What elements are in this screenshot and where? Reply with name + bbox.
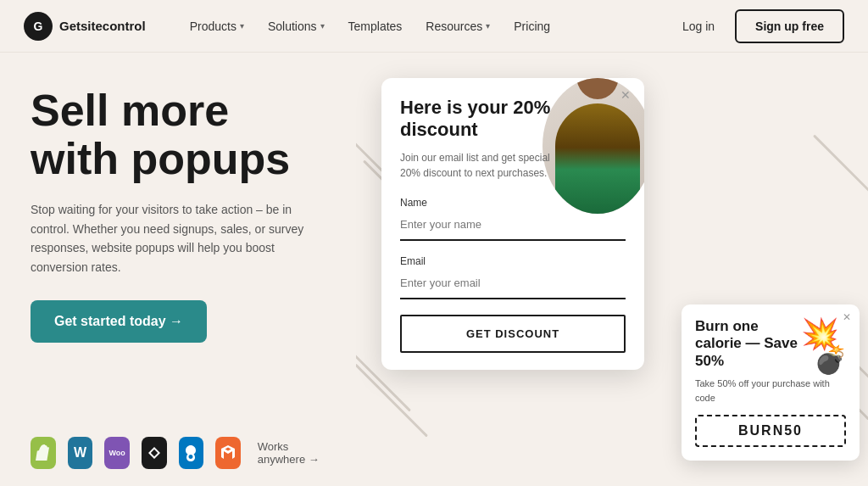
works-anywhere-text: Works anywhere →: [258, 440, 332, 466]
email-input[interactable]: [400, 268, 626, 299]
promo-code: BURN50: [695, 415, 846, 447]
magento-logo: [215, 437, 241, 469]
mini-popup: ✕ 💥 💣 Burn one calorie — Save 50% Take 5…: [682, 304, 860, 461]
name-input[interactable]: [400, 209, 626, 241]
logos-row: W Woo Works anywhere →: [31, 437, 332, 469]
name-label: Name: [400, 197, 427, 209]
decorative-line: [356, 364, 428, 438]
logo-icon: G: [24, 12, 53, 41]
nav-solutions[interactable]: Solutions ▾: [258, 13, 335, 40]
navbar: G Getsitecontrol Products ▾ Solutions ▾ …: [0, 0, 868, 53]
squarespace-logo: [142, 437, 167, 469]
popup-close-button[interactable]: ✕: [617, 87, 634, 103]
woocommerce-logo: Woo: [104, 437, 130, 469]
popup-title: Here is your 20% discount: [400, 97, 553, 142]
nav-templates[interactable]: Templates: [338, 13, 413, 40]
popup-description: Join our email list and get special 20% …: [400, 150, 561, 181]
brand-logo[interactable]: G Getsitecontrol: [24, 12, 146, 41]
cta-button[interactable]: Get started today →: [31, 300, 207, 343]
chevron-down-icon: ▾: [486, 21, 490, 31]
signup-button[interactable]: Sign up free: [735, 9, 844, 43]
nav-right: Log in Sign up free: [672, 9, 844, 43]
wordpress-logo: W: [68, 437, 93, 469]
hero-title: Sell more with popups: [31, 87, 332, 183]
bomb-illustration: 💥 💣: [788, 316, 848, 376]
nav-pricing[interactable]: Pricing: [504, 13, 560, 40]
mini-popup-description: Take 50% off your purchase with code: [695, 377, 846, 405]
login-button[interactable]: Log in: [672, 13, 725, 40]
nav-products[interactable]: Products ▾: [180, 13, 254, 40]
discount-popup: ✕ Here is your 20% discount Join our ema…: [381, 78, 644, 370]
brand-name: Getsitecontrol: [59, 19, 146, 33]
drupal-logo: [179, 437, 204, 469]
popup-content: Here is your 20% discount Join our email…: [381, 78, 644, 370]
get-discount-button[interactable]: GET DISCOUNT: [400, 315, 626, 353]
hero-left: Sell more with popups Stop waiting for y…: [0, 53, 356, 486]
hero-description: Stop waiting for your visitors to take a…: [31, 200, 332, 277]
chevron-down-icon: ▾: [320, 21, 325, 31]
bomb-icon: 💣: [814, 344, 848, 376]
main-content: Sell more with popups Stop waiting for y…: [0, 53, 868, 486]
nav-links: Products ▾ Solutions ▾ Templates Resourc…: [180, 13, 672, 40]
shopify-logo: [31, 437, 56, 469]
chevron-down-icon: ▾: [240, 21, 244, 31]
nav-resources[interactable]: Resources ▾: [415, 13, 500, 40]
decorative-line: [813, 135, 868, 209]
hero-right: ✕ Here is your 20% discount Join our ema…: [356, 53, 868, 486]
email-label: Email: [400, 255, 426, 267]
